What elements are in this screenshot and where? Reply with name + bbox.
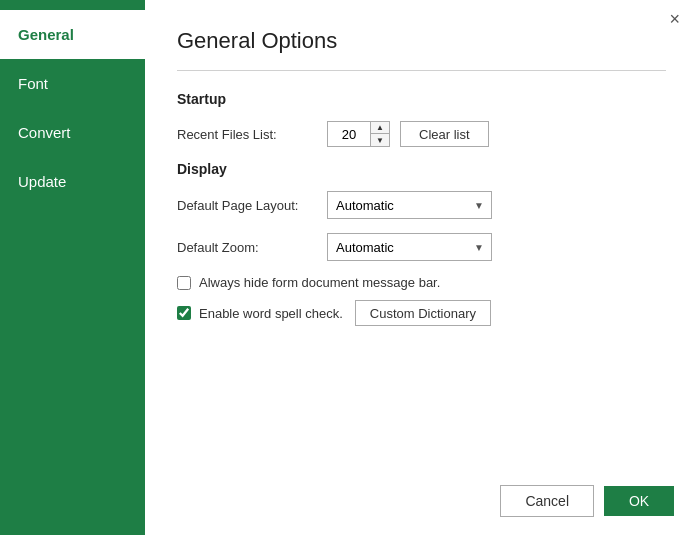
dialog: General Font Convert Update × General Op…: [0, 0, 698, 535]
sidebar-item-font[interactable]: Font: [0, 59, 145, 108]
cancel-button[interactable]: Cancel: [500, 485, 594, 517]
recent-files-spinner[interactable]: ▲ ▼: [327, 121, 390, 147]
spell-check-label: Enable word spell check.: [199, 306, 343, 321]
sidebar-item-update[interactable]: Update: [0, 157, 145, 206]
page-layout-select[interactable]: Automatic Single Page Two Pages Book Vie…: [327, 191, 492, 219]
default-zoom-select-wrapper: Automatic 50% 75% 100% 125% 150% 200% ▼: [327, 233, 492, 261]
footer: Cancel OK: [145, 471, 698, 535]
close-button[interactable]: ×: [663, 8, 686, 30]
recent-files-label: Recent Files List:: [177, 127, 317, 142]
spinner-up-button[interactable]: ▲: [371, 121, 389, 134]
divider: [177, 70, 666, 71]
spell-check-checkbox[interactable]: [177, 306, 191, 320]
startup-section-title: Startup: [177, 91, 666, 107]
spell-check-row: Enable word spell check. Custom Dictiona…: [177, 300, 666, 326]
page-layout-row: Default Page Layout: Automatic Single Pa…: [177, 191, 666, 219]
main-panel: × General Options Startup Recent Files L…: [145, 0, 698, 535]
hide-form-checkbox[interactable]: [177, 276, 191, 290]
hide-form-row: Always hide form document message bar.: [177, 275, 666, 290]
sidebar-item-convert[interactable]: Convert: [0, 108, 145, 157]
display-section-title: Display: [177, 161, 666, 177]
ok-button[interactable]: OK: [604, 486, 674, 516]
recent-files-row: Recent Files List: ▲ ▼ Clear list: [177, 121, 666, 147]
spinner-buttons: ▲ ▼: [370, 121, 389, 147]
recent-files-input[interactable]: [328, 122, 370, 146]
default-zoom-select[interactable]: Automatic 50% 75% 100% 125% 150% 200%: [327, 233, 492, 261]
default-zoom-row: Default Zoom: Automatic 50% 75% 100% 125…: [177, 233, 666, 261]
content-area: General Options Startup Recent Files Lis…: [145, 0, 698, 471]
spinner-down-button[interactable]: ▼: [371, 134, 389, 147]
sidebar: General Font Convert Update: [0, 0, 145, 535]
clear-list-button[interactable]: Clear list: [400, 121, 489, 147]
default-zoom-label: Default Zoom:: [177, 240, 317, 255]
sidebar-item-general[interactable]: General: [0, 10, 145, 59]
custom-dictionary-button[interactable]: Custom Dictionary: [355, 300, 491, 326]
page-layout-label: Default Page Layout:: [177, 198, 317, 213]
page-title: General Options: [177, 28, 666, 54]
hide-form-label: Always hide form document message bar.: [199, 275, 440, 290]
page-layout-select-wrapper: Automatic Single Page Two Pages Book Vie…: [327, 191, 492, 219]
